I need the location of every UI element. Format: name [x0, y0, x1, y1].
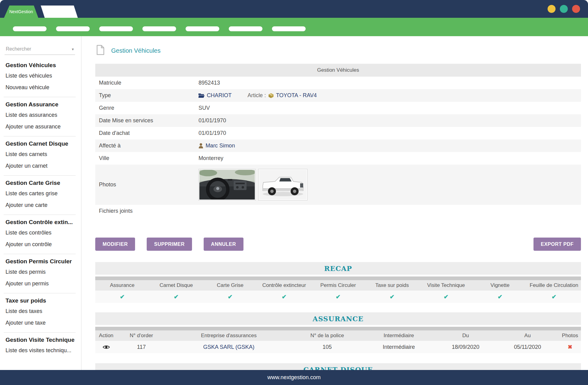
row-photos: Photos — [95, 165, 581, 205]
recap-col-assurance: Assurance — [95, 280, 149, 291]
search-input[interactable]: Rechercher ▾ — [5, 44, 75, 55]
matricule-label: Matricule — [95, 77, 195, 89]
sidebar-item-liste-controles[interactable]: Liste des contrôles — [0, 227, 81, 239]
date-service-value: 01/01/1970 — [195, 114, 581, 127]
affecte-link[interactable]: Marc Simon — [198, 143, 577, 149]
type-link[interactable]: CHARIOT — [198, 92, 232, 99]
sidebar-group-carnet: Gestion Carnet Disque Liste des carnets … — [0, 136, 81, 176]
assurance-police: 105 — [292, 341, 362, 353]
type-label: Type — [95, 89, 195, 102]
main-content: Gestion Véhicules Gestion Véhicules Matr… — [81, 36, 588, 370]
assurance-col-police: N° de la police — [292, 330, 362, 341]
brand-tab[interactable]: NextGestion — [4, 6, 38, 18]
person-icon — [198, 143, 203, 148]
assurance-data-row: 117 GSKA SARL (GSKA) 105 Intermédiaire 1… — [95, 341, 581, 353]
sidebar-group-controle: Gestion Contrôle extin... Liste des cont… — [0, 215, 81, 254]
recap-table: Assurance Carnet Disque Carte Grise Cont… — [95, 280, 581, 303]
nav-pill-7[interactable] — [272, 26, 306, 31]
row-date-service: Date Mise en services 01/01/1970 — [95, 114, 581, 127]
package-icon — [268, 93, 274, 98]
recap-col-permis: Permis Circuler — [311, 280, 365, 291]
footer: www.nextgestion.com — [0, 370, 588, 385]
nav-pill-1[interactable] — [13, 26, 47, 31]
assurance-au: 05/11/2020 — [496, 341, 559, 353]
nav-pill-2[interactable] — [56, 26, 90, 31]
main-nav — [0, 18, 588, 36]
assurance-col-photos: Photos — [559, 330, 581, 341]
check-icon: ✔ — [390, 294, 394, 300]
assurance-du: 18/09/2020 — [435, 341, 496, 353]
sidebar-item-ajouter-carte[interactable]: Ajouter une carte — [0, 200, 81, 211]
footer-link[interactable]: www.nextgestion.com — [267, 374, 321, 381]
matricule-value: 8952413 — [195, 77, 581, 89]
sidebar-item-liste-visites[interactable]: Liste des visites techniqu... — [0, 345, 81, 356]
article-label: Article : — [247, 92, 266, 99]
check-icon: ✔ — [120, 294, 125, 300]
sidebar-group-carte-grise: Gestion Carte Grise Liste des cartes gri… — [0, 176, 81, 215]
sidebar-group-header: Gestion Contrôle extin... — [0, 215, 81, 227]
sidebar-item-liste-assurances[interactable]: Liste des assurances — [0, 109, 81, 121]
assurance-intermediaire: Intermédiaire — [362, 341, 435, 353]
assurance-table: Action N° d'order Entreprise d'assurance… — [95, 330, 581, 353]
photos-label: Photos — [95, 165, 195, 205]
blank-tab[interactable] — [41, 6, 78, 18]
delete-photo-icon[interactable]: ✖ — [568, 344, 572, 350]
assurance-section: ASSURANCE Action N° d'order Entreprise d… — [95, 312, 581, 353]
photo-interior-thumb[interactable] — [198, 169, 256, 200]
sidebar-item-ajouter-taxe[interactable]: Ajouter une taxe — [0, 317, 81, 329]
sidebar-group-header: Gestion Véhicules — [0, 58, 81, 70]
date-service-label: Date Mise en services — [95, 114, 195, 127]
close-button[interactable] — [572, 5, 580, 13]
supprimer-button[interactable]: SUPPRIMER — [147, 238, 192, 251]
photo-truck-thumb[interactable] — [258, 169, 307, 200]
ville-label: Ville — [95, 152, 195, 165]
recap-col-feuille: Feuille de Circulation — [527, 280, 581, 291]
article-link[interactable]: TOYOTA - RAV4 — [268, 92, 317, 99]
modifier-button[interactable]: MODIFIER — [95, 238, 135, 251]
nav-pill-6[interactable] — [229, 26, 262, 31]
sidebar-group-visite: Gestion Visite Technique Liste des visit… — [0, 333, 81, 356]
sidebar-item-liste-vehicules[interactable]: Liste des véhicules — [0, 70, 81, 82]
row-matricule: Matricule 8952413 — [95, 77, 581, 89]
assurance-col-order: N° d'order — [117, 330, 166, 341]
date-achat-label: Date d'achat — [95, 127, 195, 139]
assurance-order: 117 — [117, 341, 166, 353]
folder-icon — [198, 93, 205, 98]
window-controls — [548, 5, 580, 13]
page-head: Gestion Véhicules — [96, 45, 581, 56]
sidebar-item-ajouter-assurance[interactable]: Ajouter une assurance — [0, 121, 81, 133]
minimize-button[interactable] — [548, 5, 556, 13]
sidebar-group-header: Gestion Carnet Disque — [0, 136, 81, 149]
sidebar-item-liste-permis[interactable]: Liste des permis — [0, 266, 81, 278]
sidebar-item-nouveau-vehicule[interactable]: Nouveau véhicule — [0, 82, 81, 93]
export-pdf-button[interactable]: EXPORT PDF — [533, 238, 581, 251]
sidebar-item-liste-carnets[interactable]: Liste des carnets — [0, 149, 81, 160]
row-ville: Ville Monterrey — [95, 152, 581, 165]
annuler-button[interactable]: ANNULER — [204, 238, 243, 251]
ville-value: Monterrey — [195, 152, 581, 165]
genre-label: Genre — [95, 102, 195, 114]
nav-pill-3[interactable] — [99, 26, 133, 31]
nav-pill-4[interactable] — [142, 26, 176, 31]
maximize-button[interactable] — [560, 5, 568, 13]
recap-col-visite: Visite Technique — [419, 280, 473, 291]
sidebar-item-ajouter-carnet[interactable]: Ajouter un carnet — [0, 160, 81, 172]
divider — [95, 276, 581, 280]
titlebar: NextGestion — [0, 0, 588, 18]
assurance-title: ASSURANCE — [95, 312, 581, 325]
sidebar-item-liste-taxes[interactable]: Liste des taxes — [0, 306, 81, 317]
nav-pill-5[interactable] — [186, 26, 219, 31]
assurance-header-row: Action N° d'order Entreprise d'assurance… — [95, 330, 581, 341]
date-achat-value: 01/01/1970 — [195, 127, 581, 139]
sidebar-item-ajouter-permis[interactable]: Ajouter un permis — [0, 278, 81, 290]
sidebar-item-ajouter-controle[interactable]: Ajouter un contrôle — [0, 239, 81, 250]
row-date-achat: Date d'achat 01/01/1970 — [95, 127, 581, 139]
eye-icon[interactable] — [103, 345, 110, 349]
sidebar-item-liste-cartes[interactable]: Liste des cartes grise — [0, 188, 81, 200]
row-genre: Genre SUV — [95, 102, 581, 114]
affecte-label: Affecté à — [95, 139, 195, 152]
check-icon: ✔ — [552, 294, 556, 300]
sidebar-group-header: Gestion Visite Technique — [0, 333, 81, 345]
assurance-entreprise-link[interactable]: GSKA SARL (GSKA) — [203, 344, 254, 350]
assurance-col-du: Du — [435, 330, 496, 341]
